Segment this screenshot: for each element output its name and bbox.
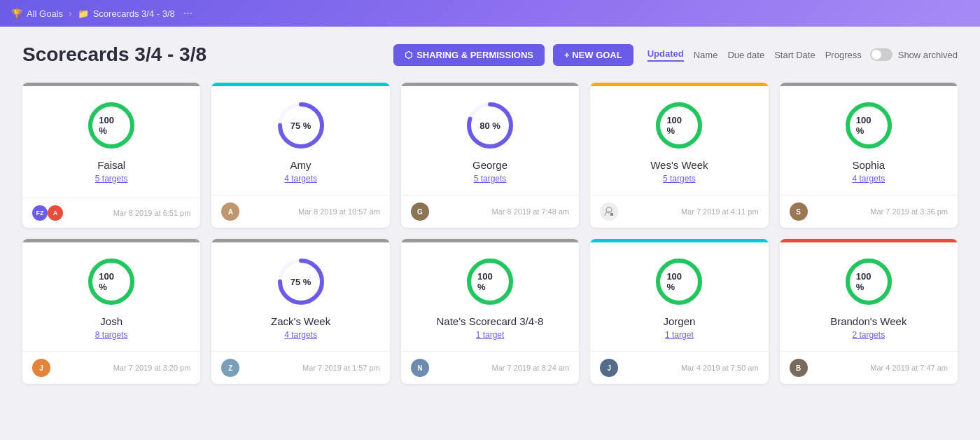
progress-circle: 100 % — [844, 256, 894, 307]
scorecard-card[interactable]: 100 % Josh 8 targets J Mar 7 2019 at 3:2… — [22, 239, 200, 384]
card-timestamp: Mar 8 2019 at 7:48 am — [435, 207, 569, 216]
card-footer: A Mar 8 2019 at 10:57 am — [211, 195, 389, 228]
trophy-icon: 🏆 — [11, 8, 22, 19]
progress-label: 100 % — [99, 115, 124, 136]
svg-text:+: + — [611, 214, 613, 218]
progress-circle: 80 % — [465, 100, 515, 151]
progress-circle: 100 % — [86, 100, 136, 151]
avatar: + — [600, 202, 618, 221]
card-timestamp: Mar 7 2019 at 8:24 am — [435, 364, 569, 372]
avatar: J — [600, 359, 618, 377]
progress-circle: 100 % — [86, 256, 136, 307]
card-targets[interactable]: 1 target — [665, 330, 694, 340]
card-targets[interactable]: 4 targets — [284, 174, 317, 184]
sort-name[interactable]: Name — [694, 50, 718, 60]
sort-updated[interactable]: Updated — [648, 48, 684, 62]
avatar: N — [411, 359, 429, 377]
card-timestamp: Mar 7 2019 at 3:36 pm — [813, 207, 948, 216]
card-body: 100 % Brandon's Week 2 targets — [780, 242, 958, 351]
card-timestamp: Mar 4 2019 at 7:50 am — [624, 364, 758, 372]
topbar-scorecard[interactable]: 📁 Scorecards 3/4 - 3/8 — [78, 8, 175, 19]
progress-label: 75 % — [290, 277, 312, 287]
progress-label: 100 % — [99, 271, 124, 292]
avatar: Z — [221, 359, 239, 377]
card-footer: G Mar 8 2019 at 7:48 am — [401, 195, 579, 228]
topbar-more-dots[interactable]: ··· — [183, 7, 192, 20]
card-targets[interactable]: 8 targets — [95, 330, 128, 340]
avatar: FZ — [32, 205, 48, 221]
topbar: 🏆 All Goals › 📁 Scorecards 3/4 - 3/8 ··· — [0, 0, 980, 27]
scorecard-card[interactable]: 75 % Zack's Week 4 targets Z Mar 7 2019 … — [211, 239, 389, 384]
scorecard-card[interactable]: 100 % Nate's Scorecard 3/4-8 1 target N … — [401, 239, 579, 384]
card-timestamp: Mar 7 2019 at 1:57 pm — [245, 364, 379, 372]
show-archived-label: Show archived — [898, 50, 958, 60]
show-archived-row: Show archived — [870, 48, 958, 61]
scorecard-card[interactable]: 75 % Amy 4 targets A Mar 8 2019 at 10:57… — [211, 83, 389, 228]
progress-circle: 100 % — [844, 100, 894, 151]
card-body: 100 % Nate's Scorecard 3/4-8 1 target — [401, 242, 579, 351]
header-row: Scorecards 3/4 - 3/8 ⬡ SHARING & PERMISS… — [22, 43, 958, 66]
sort-progress[interactable]: Progress — [825, 50, 862, 60]
card-timestamp: Mar 8 2019 at 6:51 pm — [69, 209, 190, 217]
card-targets[interactable]: 1 target — [476, 330, 505, 340]
topbar-all-goals[interactable]: 🏆 All Goals — [11, 8, 63, 19]
scorecard-card[interactable]: 100 % Jorgen 1 target J Mar 4 2019 at 7:… — [590, 239, 768, 384]
card-targets[interactable]: 5 targets — [663, 174, 696, 184]
scorecard-card[interactable]: 80 % George 5 targets G Mar 8 2019 at 7:… — [401, 83, 579, 228]
avatar: G — [411, 202, 429, 221]
avatar-2: A — [48, 205, 63, 221]
card-timestamp: Mar 7 2019 at 3:20 pm — [56, 364, 190, 372]
card-targets[interactable]: 5 targets — [474, 174, 507, 184]
avatar: B — [790, 359, 808, 377]
card-name: Zack's Week — [271, 315, 330, 327]
card-targets[interactable]: 5 targets — [95, 174, 128, 184]
card-name: George — [472, 159, 507, 171]
progress-circle: 100 % — [465, 256, 515, 307]
card-targets[interactable]: 4 targets — [852, 174, 885, 184]
sharing-permissions-button[interactable]: ⬡ SHARING & PERMISSIONS — [393, 44, 545, 66]
sort-start-date[interactable]: Start Date — [774, 50, 816, 60]
progress-circle: 75 % — [276, 256, 326, 307]
card-name: Amy — [290, 159, 312, 171]
card-footer: FZ A Mar 8 2019 at 6:51 pm — [22, 198, 200, 228]
card-targets[interactable]: 2 targets — [852, 330, 885, 340]
page-title: Scorecards 3/4 - 3/8 — [22, 43, 385, 66]
card-name: Sophia — [852, 159, 885, 171]
new-goal-button[interactable]: + NEW GOAL — [553, 44, 634, 66]
topbar-separator: › — [69, 8, 72, 19]
card-timestamp: Mar 7 2019 at 4:11 pm — [624, 207, 758, 216]
card-footer: J Mar 4 2019 at 7:50 am — [590, 351, 768, 384]
avatar: A — [221, 202, 239, 221]
progress-label: 100 % — [856, 115, 881, 136]
sort-due-date[interactable]: Due date — [727, 50, 764, 60]
card-footer: N Mar 7 2019 at 8:24 am — [401, 351, 579, 384]
progress-label: 100 % — [666, 271, 692, 292]
card-footer: Z Mar 7 2019 at 1:57 pm — [211, 351, 389, 384]
scorecard-card[interactable]: 100 % Sophia 4 targets S Mar 7 2019 at 3… — [780, 83, 958, 228]
scorecard-card[interactable]: 100 % Wes's Week 5 targets + Mar 7 2019 … — [590, 83, 768, 228]
card-name: Faisal — [97, 159, 125, 171]
card-name: Brandon's Week — [830, 315, 906, 327]
card-timestamp: Mar 8 2019 at 10:57 am — [245, 207, 379, 216]
main-content: Scorecards 3/4 - 3/8 ⬡ SHARING & PERMISS… — [0, 27, 980, 401]
card-targets[interactable]: 4 targets — [284, 330, 317, 340]
card-body: 75 % Zack's Week 4 targets — [211, 242, 389, 351]
card-body: 100 % Wes's Week 5 targets — [590, 86, 768, 195]
progress-label: 100 % — [856, 271, 881, 292]
progress-circle: 75 % — [276, 100, 326, 151]
sort-options: Updated Name Due date Start Date Progres… — [648, 48, 862, 62]
card-name: Jorgen — [663, 315, 695, 327]
progress-circle: 100 % — [654, 100, 704, 151]
folder-icon: 📁 — [78, 8, 89, 19]
progress-label: 100 % — [477, 271, 503, 292]
progress-label: 80 % — [479, 121, 500, 131]
scorecard-card[interactable]: 100 % Faisal 5 targets FZ A Mar 8 2019 a… — [22, 83, 200, 228]
progress-label: 75 % — [290, 121, 312, 131]
card-body: 80 % George 5 targets — [401, 86, 579, 195]
show-archived-toggle[interactable] — [870, 48, 892, 61]
card-body: 100 % Josh 8 targets — [22, 242, 200, 351]
progress-circle: 100 % — [654, 256, 704, 307]
avatar: S — [790, 202, 808, 221]
scorecard-card[interactable]: 100 % Brandon's Week 2 targets B Mar 4 2… — [780, 239, 958, 384]
share-icon: ⬡ — [405, 50, 412, 60]
